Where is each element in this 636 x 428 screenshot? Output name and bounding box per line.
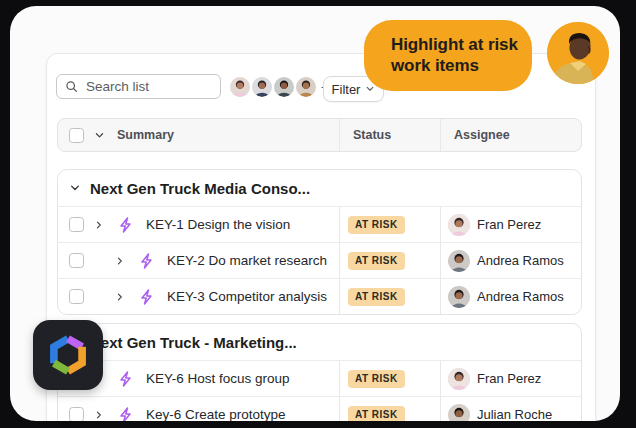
assignee-cell: Fran Perez	[440, 207, 581, 242]
group-header[interactable]: Next Gen Truck Media Conso...	[58, 170, 581, 206]
assignee-cell: Andrea Ramos	[440, 279, 581, 314]
status-cell: AT RISK	[339, 361, 440, 396]
status-badge[interactable]: AT RISK	[348, 370, 405, 388]
work-item-row[interactable]: Key-6 Create prototype AT RISK Julian Ro…	[58, 396, 581, 421]
group-title: Next Gen Truck - Marketing...	[90, 334, 297, 351]
assignee-cell: Andrea Ramos	[440, 243, 581, 278]
work-item-summary: Key-6 Create prototype	[146, 407, 286, 421]
hexagon-logo-icon	[45, 332, 91, 378]
assignee-avatar	[448, 214, 470, 236]
assignee-name: Andrea Ramos	[477, 289, 564, 304]
status-cell: AT RISK	[339, 279, 440, 314]
search-icon	[65, 80, 78, 93]
assignee-avatar	[448, 368, 470, 390]
work-item-type-bolt-icon	[140, 289, 153, 305]
summary-cell: KEY-2 Do market research	[58, 243, 339, 278]
avatar-group: +3	[228, 75, 334, 99]
work-item-summary: KEY-1 Design the vision	[146, 217, 290, 232]
user-avatar[interactable]	[228, 75, 252, 99]
assignee-avatar	[448, 250, 470, 272]
assignee-name: Julian Roche	[477, 407, 552, 421]
work-item-group: Next Gen Truck Media Conso... KEY-1 Desi…	[57, 169, 582, 315]
select-all-checkbox[interactable]	[69, 128, 84, 143]
summary-cell: Key-6 Create prototype	[58, 397, 339, 421]
chevron-down-icon[interactable]	[69, 182, 81, 194]
annotation-callout: Highlight at risk work items	[364, 20, 532, 91]
user-avatar[interactable]	[250, 75, 274, 99]
group-title: Next Gen Truck Media Conso...	[90, 180, 310, 197]
app-logo	[33, 320, 103, 390]
work-item-type-bolt-icon	[119, 407, 132, 422]
annotation-text: Highlight at risk work items	[391, 35, 518, 75]
status-badge[interactable]: AT RISK	[348, 216, 405, 234]
assignee-avatar	[448, 404, 470, 422]
summary-cell: KEY-3 Competitor analysis	[58, 279, 339, 314]
chevron-right-icon[interactable]	[115, 291, 125, 303]
assignee-name: Fran Perez	[477, 371, 541, 386]
work-item-row[interactable]: KEY-6 Host focus group AT RISK Fran Pere…	[58, 360, 581, 396]
group-header[interactable]: Next Gen Truck - Marketing...	[58, 324, 581, 360]
summary-cell: KEY-1 Design the vision	[58, 207, 339, 242]
column-header-summary[interactable]: Summary	[117, 128, 174, 142]
assignee-name: Fran Perez	[477, 217, 541, 232]
assignee-avatar	[448, 286, 470, 308]
work-item-group: Next Gen Truck - Marketing... KEY-6 Host…	[57, 323, 582, 421]
assignee-cell: Julian Roche	[440, 397, 581, 421]
search-box[interactable]	[56, 74, 221, 99]
chevron-down-icon[interactable]	[94, 130, 105, 141]
row-checkbox[interactable]	[69, 253, 84, 268]
user-avatar[interactable]	[272, 75, 296, 99]
group-rows: KEY-1 Design the vision AT RISK Fran Per…	[58, 206, 581, 314]
table-header: Summary Status Assignee	[57, 118, 582, 152]
work-item-summary: KEY-3 Competitor analysis	[167, 289, 327, 304]
row-checkbox[interactable]	[69, 217, 84, 232]
group-rows: KEY-6 Host focus group AT RISK Fran Pere…	[58, 360, 581, 421]
work-item-row[interactable]: KEY-2 Do market research AT RISK Andrea …	[58, 242, 581, 278]
row-checkbox[interactable]	[69, 289, 84, 304]
column-header-assignee[interactable]: Assignee	[440, 119, 581, 151]
work-item-type-bolt-icon	[119, 217, 132, 233]
status-badge[interactable]: AT RISK	[348, 288, 405, 306]
assignee-name: Andrea Ramos	[477, 253, 564, 268]
chevron-right-icon[interactable]	[94, 219, 104, 231]
row-checkbox[interactable]	[69, 407, 84, 421]
work-item-row[interactable]: KEY-1 Design the vision AT RISK Fran Per…	[58, 206, 581, 242]
presenter-avatar	[547, 22, 609, 84]
groups: Next Gen Truck Media Conso... KEY-1 Desi…	[47, 169, 595, 421]
filter-button-label: Filter	[332, 82, 361, 97]
status-badge[interactable]: AT RISK	[348, 406, 405, 422]
work-item-summary: KEY-6 Host focus group	[146, 371, 290, 386]
summary-header-cell: Summary	[58, 119, 339, 151]
status-cell: AT RISK	[339, 243, 440, 278]
work-item-summary: KEY-2 Do market research	[167, 253, 327, 268]
chevron-right-icon[interactable]	[115, 255, 125, 267]
work-items-card: +3 Filter Summary Status Assignee	[46, 53, 596, 421]
status-cell: AT RISK	[339, 207, 440, 242]
chevron-down-icon	[365, 84, 375, 94]
search-input[interactable]	[84, 78, 212, 95]
work-item-row[interactable]: KEY-3 Competitor analysis AT RISK Andrea…	[58, 278, 581, 314]
status-cell: AT RISK	[339, 397, 440, 421]
user-avatar[interactable]	[294, 75, 318, 99]
column-header-status[interactable]: Status	[339, 119, 440, 151]
assignee-cell: Fran Perez	[440, 361, 581, 396]
work-item-type-bolt-icon	[140, 253, 153, 269]
work-item-type-bolt-icon	[119, 371, 132, 387]
status-badge[interactable]: AT RISK	[348, 252, 405, 270]
chevron-right-icon[interactable]	[94, 409, 104, 421]
